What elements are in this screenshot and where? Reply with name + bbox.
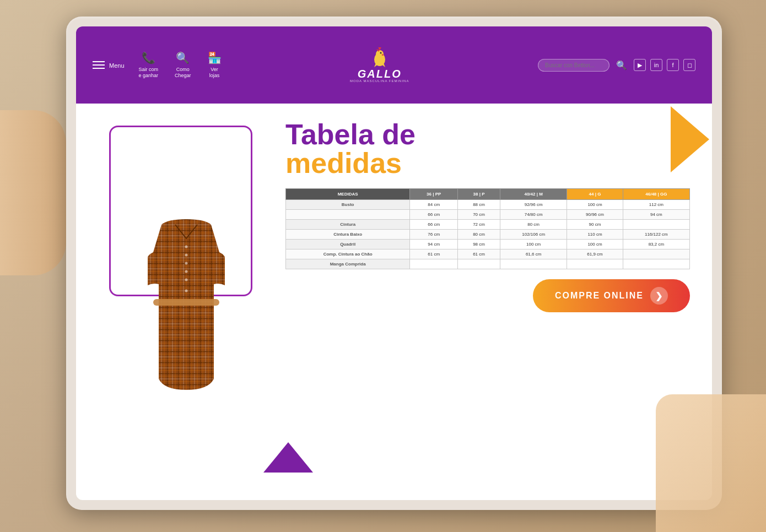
svg-point-22: [185, 279, 188, 281]
table-row: Busto 84 cm 88 cm 92/96 cm 100 cm 112 cm: [286, 200, 690, 210]
logo-subtitle: MODA MASCULINA FEMININA: [350, 79, 409, 83]
search-input[interactable]: [538, 59, 609, 72]
cell-busto-pp: 84 cm: [410, 200, 458, 210]
buy-button-area: COMPRE ONLINE ❯: [285, 279, 690, 312]
buy-online-button[interactable]: COMPRE ONLINE ❯: [533, 279, 690, 312]
cell-quadril-label: Quadril: [286, 240, 410, 249]
rooster-logo-icon: [369, 47, 391, 68]
nav-item-sair[interactable]: 📞 Sair come ganhar: [139, 51, 159, 79]
cell-comp-label: Comp. Cintura ao Chão: [286, 249, 410, 259]
map-icon: 🔍: [176, 51, 190, 64]
col-header-medidas: MEDIDAS: [286, 189, 410, 200]
nav-item-chegar[interactable]: 🔍 ComoChegar: [175, 51, 191, 79]
cell-cintura-m: 80 cm: [500, 220, 567, 230]
product-area: [98, 120, 274, 484]
header-right: 🔍 ▶ in f ◻: [538, 59, 695, 72]
col-header-m: 40/42 | M: [500, 189, 567, 200]
cell-cb-pp: 76 cm: [410, 230, 458, 240]
cell-empty-label: [286, 210, 410, 220]
svg-point-20: [185, 262, 188, 265]
store-icon: 🏪: [208, 51, 222, 64]
triangle-purple-decoration: [263, 442, 313, 473]
social-icons: ▶ in f ◻: [634, 59, 695, 71]
cell-cintura-baixo-label: Cintura Baixo: [286, 230, 410, 240]
right-hand-decoration: [656, 394, 766, 532]
cell-comp-gg: [623, 249, 689, 259]
cell-cb-gg: 116/122 cm: [623, 230, 689, 240]
cell-comp-m: 61,6 cm: [500, 249, 567, 259]
cell-manga-pp: [410, 259, 458, 269]
dress-svg: [123, 219, 250, 390]
menu-label: Menu: [109, 62, 125, 69]
cell-cb-g: 110 cm: [567, 230, 623, 240]
cell-manga-label: Manga Comprida: [286, 259, 410, 269]
header-nav: 📞 Sair come ganhar 🔍 ComoChegar 🏪 Verloj…: [139, 51, 222, 79]
product-image: [123, 219, 250, 390]
table-row: Comp. Cintura ao Chão 61 cm 61 cm 61,6 c…: [286, 249, 690, 259]
cell-comp-p: 61 cm: [458, 249, 500, 259]
table-row: Cintura Baixo 76 cm 80 cm 102/106 cm 110…: [286, 230, 690, 240]
cell-r2-gg: 94 cm: [623, 210, 689, 220]
hamburger-menu[interactable]: [93, 61, 105, 69]
cell-cintura-gg: [623, 220, 689, 230]
col-header-g: 44 | G: [567, 189, 623, 200]
cell-r2-pp: 66 cm: [410, 210, 458, 220]
title-line1: Tabela de: [285, 120, 690, 149]
menu-line-3: [93, 68, 105, 69]
menu-line-2: [93, 64, 105, 66]
size-table: MEDIDAS 36 | PP 38 | P 40/42 | M 44 | G …: [285, 188, 690, 269]
nav-sair-label: Sair come ganhar: [139, 67, 159, 79]
buy-btn-arrow-icon: ❯: [650, 287, 668, 305]
cell-q-g: 100 cm: [567, 240, 623, 249]
buy-btn-label: COMPRE ONLINE: [555, 291, 644, 301]
cell-cb-m: 102/106 cm: [500, 230, 567, 240]
linkedin-icon[interactable]: in: [650, 59, 662, 71]
facebook-icon[interactable]: f: [667, 59, 679, 71]
phone-icon: 📞: [142, 51, 155, 64]
triangle-orange-decoration: [671, 106, 709, 172]
menu-line-1: [93, 61, 105, 62]
instagram-icon[interactable]: ◻: [683, 59, 695, 71]
tablet-frame: Menu 📞 Sair come ganhar 🔍 ComoChegar 🏪 V…: [66, 17, 722, 510]
svg-point-18: [185, 246, 188, 248]
title-line2: medidas: [285, 149, 690, 177]
table-row: Manga Comprida: [286, 259, 690, 269]
logo-area: GALLO MODA MASCULINA FEMININA: [222, 47, 538, 83]
table-row: Quadril 94 cm 98 cm 100 cm 100 cm 83,2 c…: [286, 240, 690, 249]
nav-chegar-label: ComoChegar: [175, 67, 191, 79]
col-header-pp: 36 | PP: [410, 189, 458, 200]
logo-gallo[interactable]: GALLO MODA MASCULINA FEMININA: [350, 47, 409, 83]
title-section: Tabela de medidas: [285, 120, 690, 177]
cell-cintura-label: Cintura: [286, 220, 410, 230]
svg-point-21: [185, 270, 188, 273]
cell-cb-p: 80 cm: [458, 230, 500, 240]
cell-r2-p: 70 cm: [458, 210, 500, 220]
cell-manga-p: [458, 259, 500, 269]
table-row: Cintura 66 cm 72 cm 80 cm 90 cm: [286, 220, 690, 230]
cell-busto-gg: 112 cm: [623, 200, 689, 210]
cell-busto-p: 88 cm: [458, 200, 500, 210]
svg-point-23: [185, 290, 188, 292]
cell-r2-m: 74/80 cm: [500, 210, 567, 220]
svg-point-4: [380, 52, 381, 54]
cell-cintura-p: 72 cm: [458, 220, 500, 230]
menu-section: Menu: [93, 61, 125, 69]
cell-comp-g: 61,9 cm: [567, 249, 623, 259]
svg-marker-2: [378, 47, 381, 50]
main-content: Tabela de medidas MEDIDAS 36 | PP 38 | P…: [76, 104, 712, 500]
cell-q-p: 98 cm: [458, 240, 500, 249]
left-hand-decoration: [0, 110, 66, 275]
cell-manga-gg: [623, 259, 689, 269]
svg-point-19: [185, 254, 188, 257]
youtube-icon[interactable]: ▶: [634, 59, 646, 71]
col-header-gg: 46/48 | GG: [623, 189, 689, 200]
cell-busto-label: Busto: [286, 200, 410, 210]
site-header: Menu 📞 Sair come ganhar 🔍 ComoChegar 🏪 V…: [76, 26, 712, 104]
nav-item-lojas[interactable]: 🏪 Verlojas: [208, 51, 222, 79]
table-row: 66 cm 70 cm 74/80 cm 90/96 cm 94 cm: [286, 210, 690, 220]
cell-cintura-g: 90 cm: [567, 220, 623, 230]
search-icon[interactable]: 🔍: [616, 60, 627, 70]
cell-comp-pp: 61 cm: [410, 249, 458, 259]
tablet-screen: Menu 📞 Sair come ganhar 🔍 ComoChegar 🏪 V…: [76, 26, 712, 500]
cell-busto-m: 92/96 cm: [500, 200, 567, 210]
